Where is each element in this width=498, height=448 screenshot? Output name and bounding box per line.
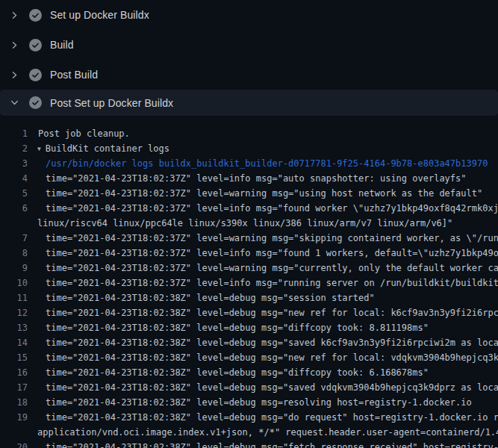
line-number[interactable]: 3 [0, 156, 28, 171]
check-circle-icon [29, 9, 42, 22]
log-line: 18time="2021-04-23T18:02:38Z" level=debu… [0, 395, 498, 410]
log-text: time="2021-04-23T18:02:38Z" level=debug … [28, 395, 472, 410]
log-group-title: BuildKit container logs [46, 143, 169, 154]
line-number[interactable]: 9 [0, 261, 28, 276]
triangle-down-icon[interactable]: ▼ [37, 142, 41, 156]
log-area: 1Post job cleanup.2▼BuildKit container l… [0, 116, 498, 448]
line-number[interactable]: 2 [0, 141, 28, 156]
log-line: 2▼BuildKit container logs [0, 141, 498, 156]
log-line: 19time="2021-04-23T18:02:38Z" level=debu… [0, 410, 498, 425]
check-circle-icon [29, 39, 42, 52]
log-text: time="2021-04-23T18:02:38Z" level=debug … [28, 290, 375, 305]
log-line: 1Post job cleanup. [0, 126, 498, 141]
log-text: time="2021-04-23T18:02:38Z" level=debug … [28, 410, 498, 425]
log-text: application/vnd.oci.image.index.v1+json,… [37, 425, 498, 440]
log-line: 11time="2021-04-23T18:02:38Z" level=debu… [0, 290, 498, 305]
log-text: Post job cleanup. [28, 126, 130, 141]
log-line: 20time="2021-04-23T18:02:38Z" level=debu… [0, 440, 498, 448]
log-text: time="2021-04-23T18:02:37Z" level=warnin… [28, 186, 482, 201]
log-line: 17time="2021-04-23T18:02:38Z" level=debu… [0, 380, 498, 395]
log-text: time="2021-04-23T18:02:38Z" level=debug … [28, 440, 498, 448]
line-number[interactable]: 20 [0, 440, 28, 448]
step-label: Post Build [50, 69, 98, 81]
line-number[interactable]: 19 [0, 410, 28, 425]
step-post-build[interactable]: Post Build [0, 60, 498, 90]
log-text: time="2021-04-23T18:02:38Z" level=debug … [28, 305, 498, 320]
step-set-up-docker-buildx[interactable]: Set up Docker Buildx [0, 0, 498, 30]
log-line-continuation: linux/riscv64 linux/ppc64le linux/s390x … [0, 216, 498, 231]
log-line: 6time="2021-04-23T18:02:37Z" level=info … [0, 201, 498, 216]
line-number[interactable]: 6 [0, 201, 28, 216]
log-line: 15time="2021-04-23T18:02:38Z" level=debu… [0, 350, 498, 365]
log-text: time="2021-04-23T18:02:37Z" level=info m… [28, 246, 498, 261]
log-text: time="2021-04-23T18:02:37Z" level=warnin… [28, 231, 498, 246]
line-number[interactable]: 7 [0, 231, 28, 246]
log-text: linux/riscv64 linux/ppc64le linux/s390x … [37, 216, 452, 231]
chevron-down-icon [10, 99, 19, 108]
line-number[interactable]: 17 [0, 380, 28, 395]
line-number[interactable]: 12 [0, 305, 28, 320]
chevron-right-icon [10, 70, 19, 79]
check-circle-icon [29, 69, 42, 81]
log-line: 3/usr/bin/docker logs buildx_buildkit_bu… [0, 156, 498, 171]
log-line: 14time="2021-04-23T18:02:38Z" level=debu… [0, 335, 498, 350]
line-number[interactable]: 1 [0, 126, 28, 141]
log-text: time="2021-04-23T18:02:38Z" level=debug … [28, 335, 498, 350]
log-text: time="2021-04-23T18:02:38Z" level=debug … [28, 320, 429, 335]
step-post-set-up-docker-buildx[interactable]: Post Set up Docker Buildx [0, 90, 498, 116]
step-label: Set up Docker Buildx [50, 9, 149, 21]
log-text: time="2021-04-23T18:02:38Z" level=debug … [28, 380, 498, 395]
line-number[interactable]: 18 [0, 395, 28, 410]
check-circle-icon [29, 96, 42, 109]
step-label: Post Set up Docker Buildx [50, 97, 173, 109]
log-line: 5time="2021-04-23T18:02:37Z" level=warni… [0, 186, 498, 201]
log-line: 9time="2021-04-23T18:02:37Z" level=warni… [0, 261, 498, 276]
log-text: time="2021-04-23T18:02:37Z" level=info m… [28, 201, 498, 216]
line-number[interactable]: 10 [0, 276, 28, 290]
log-text: /usr/bin/docker logs buildx_buildkit_bui… [28, 156, 488, 171]
log-line: 7time="2021-04-23T18:02:37Z" level=warni… [0, 231, 498, 246]
log-text: time="2021-04-23T18:02:37Z" level=warnin… [28, 261, 498, 276]
log-line: 10time="2021-04-23T18:02:37Z" level=info… [0, 276, 498, 290]
line-number[interactable]: 4 [0, 171, 28, 186]
line-number[interactable]: 15 [0, 350, 28, 365]
step-build[interactable]: Build [0, 30, 498, 60]
chevron-right-icon [10, 40, 19, 49]
log-text: time="2021-04-23T18:02:38Z" level=debug … [28, 350, 498, 365]
log-line: 12time="2021-04-23T18:02:38Z" level=debu… [0, 305, 498, 320]
log-line: 16time="2021-04-23T18:02:38Z" level=debu… [0, 365, 498, 380]
chevron-right-icon [10, 10, 19, 19]
log-line-continuation: application/vnd.oci.image.index.v1+json,… [0, 425, 498, 440]
log-line: 4time="2021-04-23T18:02:37Z" level=info … [0, 171, 498, 186]
line-number[interactable]: 8 [0, 246, 28, 261]
log-line: 8time="2021-04-23T18:02:37Z" level=info … [0, 246, 498, 261]
line-number[interactable]: 11 [0, 290, 28, 305]
line-number[interactable]: 13 [0, 320, 28, 335]
log-text: time="2021-04-23T18:02:37Z" level=info m… [28, 276, 498, 290]
log-text: time="2021-04-23T18:02:38Z" level=debug … [28, 365, 429, 380]
line-number[interactable]: 14 [0, 335, 28, 350]
workflow-steps-list: Set up Docker Buildx Build Post Build Po… [0, 0, 498, 116]
line-number[interactable]: 5 [0, 186, 28, 201]
line-number[interactable]: 16 [0, 365, 28, 380]
step-label: Build [50, 39, 74, 51]
log-text: time="2021-04-23T18:02:37Z" level=info m… [28, 171, 467, 186]
log-line: 13time="2021-04-23T18:02:38Z" level=debu… [0, 320, 498, 335]
